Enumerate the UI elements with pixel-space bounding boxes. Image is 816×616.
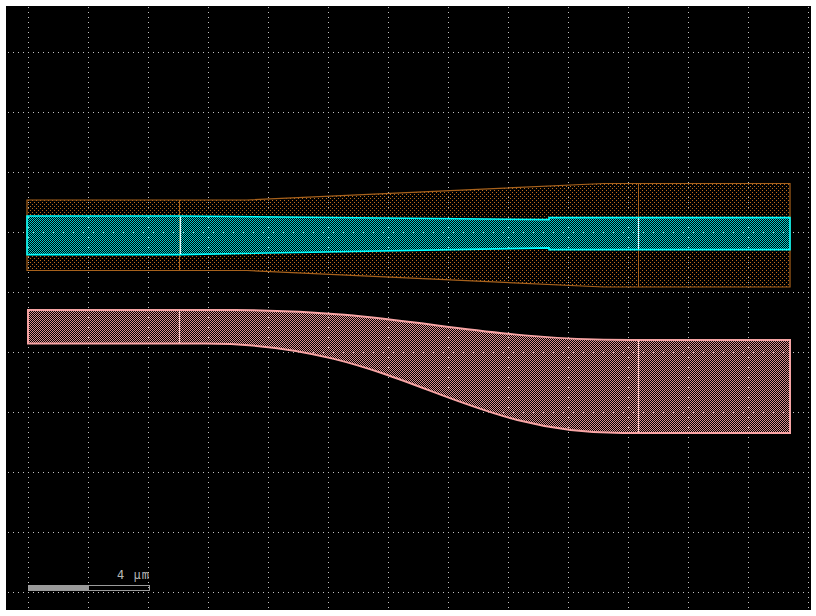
layout-canvas[interactable]: 4 µm xyxy=(0,0,816,616)
scale-bar-label: 4 µm xyxy=(117,568,150,582)
core-waveguide-layer xyxy=(27,216,790,255)
scale-bar-filled-segment xyxy=(28,585,88,591)
grid xyxy=(6,6,811,610)
layout-viewer-window: 4 µm xyxy=(0,0,816,616)
core-waveguide-shape[interactable] xyxy=(27,216,790,255)
